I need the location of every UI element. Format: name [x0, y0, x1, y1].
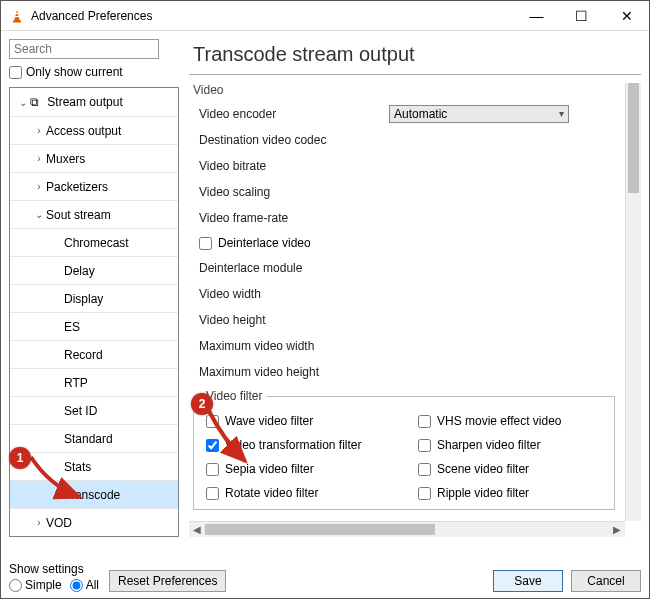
- hscroll-right-arrow-icon[interactable]: ▶: [609, 522, 625, 537]
- video-filter-group: Video filter Wave video filter VHS movie…: [193, 389, 615, 510]
- svg-rect-1: [13, 20, 21, 22]
- tree-delay[interactable]: Delay: [10, 256, 178, 284]
- annotation-arrow-1: [29, 455, 89, 505]
- settings-area: Video Video encoder Automatic Destinatio…: [189, 83, 641, 537]
- tree-chromecast[interactable]: Chromecast: [10, 228, 178, 256]
- tree-muxers[interactable]: ›Muxers: [10, 144, 178, 172]
- horizontal-scrollbar[interactable]: ◀ ▶: [189, 521, 625, 537]
- annotation-badge-1: 1: [9, 447, 31, 469]
- svg-marker-0: [14, 10, 20, 21]
- video-encoder-dropdown[interactable]: Automatic: [389, 105, 569, 123]
- maximize-button[interactable]: ☐: [559, 1, 604, 30]
- tree-stream-output[interactable]: ⌄⧉ Stream output: [10, 88, 178, 116]
- svg-rect-2: [15, 13, 18, 14]
- row-video-encoder: Video encoder Automatic: [199, 101, 621, 127]
- vertical-scrollbar-thumb[interactable]: [628, 83, 639, 193]
- tree-display[interactable]: Display: [10, 284, 178, 312]
- window-title: Advanced Preferences: [31, 9, 514, 23]
- row-max-height: Maximum video height: [199, 359, 621, 385]
- title-bar: Advanced Preferences — ☐ ✕: [1, 1, 649, 31]
- svg-rect-3: [15, 16, 20, 17]
- filter-vhs[interactable]: VHS movie effect video: [418, 409, 606, 433]
- filter-rotate[interactable]: Rotate video filter: [206, 481, 394, 505]
- tree-standard[interactable]: Standard: [10, 424, 178, 452]
- window-controls: — ☐ ✕: [514, 1, 649, 30]
- row-video-scaling: Video scaling: [199, 179, 621, 205]
- row-video-height: Video height: [199, 307, 621, 333]
- search-input[interactable]: [9, 39, 159, 59]
- tree-rtp[interactable]: RTP: [10, 368, 178, 396]
- stream-output-icon: ⧉: [30, 95, 44, 109]
- save-button[interactable]: Save: [493, 570, 563, 592]
- tree-vod[interactable]: ›VOD: [10, 508, 178, 536]
- row-video-bitrate: Video bitrate: [199, 153, 621, 179]
- only-show-current-box[interactable]: [9, 66, 22, 79]
- row-max-width: Maximum video width: [199, 333, 621, 359]
- filter-sharpen[interactable]: Sharpen video filter: [418, 433, 606, 457]
- deinterlace-checkbox[interactable]: Deinterlace video: [199, 231, 621, 255]
- horizontal-scrollbar-thumb[interactable]: [205, 524, 435, 535]
- reset-preferences-button[interactable]: Reset Preferences: [109, 570, 226, 592]
- filter-ripple[interactable]: Ripple video filter: [418, 481, 606, 505]
- page-heading: Transcode stream output: [189, 39, 641, 75]
- right-panel: Transcode stream output Video Video enco…: [189, 39, 641, 537]
- tree-es[interactable]: ES: [10, 312, 178, 340]
- show-settings-label: Show settings: [9, 562, 99, 576]
- tree-set-id[interactable]: Set ID: [10, 396, 178, 424]
- tree-record[interactable]: Record: [10, 340, 178, 368]
- tree-packetizers[interactable]: ›Packetizers: [10, 172, 178, 200]
- footer-bar: Show settings Simple All Reset Preferenc…: [9, 546, 641, 592]
- close-button[interactable]: ✕: [604, 1, 649, 30]
- annotation-arrow-2: [205, 409, 255, 469]
- cancel-button[interactable]: Cancel: [571, 570, 641, 592]
- row-dest-codec: Destination video codec: [199, 127, 621, 153]
- hscroll-left-arrow-icon[interactable]: ◀: [189, 522, 205, 537]
- show-settings-group: Show settings Simple All: [9, 562, 99, 592]
- radio-all[interactable]: All: [70, 578, 99, 592]
- only-show-current-checkbox[interactable]: Only show current: [9, 63, 179, 81]
- row-deint-module: Deinterlace module: [199, 255, 621, 281]
- video-group-label: Video: [193, 83, 621, 97]
- minimize-button[interactable]: —: [514, 1, 559, 30]
- vertical-scrollbar[interactable]: [625, 83, 641, 521]
- annotation-badge-2: 2: [191, 393, 213, 415]
- tree-sout-stream[interactable]: ⌄Sout stream: [10, 200, 178, 228]
- row-video-framerate: Video frame-rate: [199, 205, 621, 231]
- vlc-cone-icon: [9, 8, 25, 24]
- row-video-width: Video width: [199, 281, 621, 307]
- only-show-current-label: Only show current: [26, 65, 123, 79]
- radio-simple[interactable]: Simple: [9, 578, 62, 592]
- tree-access-output[interactable]: ›Access output: [10, 116, 178, 144]
- filter-scene[interactable]: Scene video filter: [418, 457, 606, 481]
